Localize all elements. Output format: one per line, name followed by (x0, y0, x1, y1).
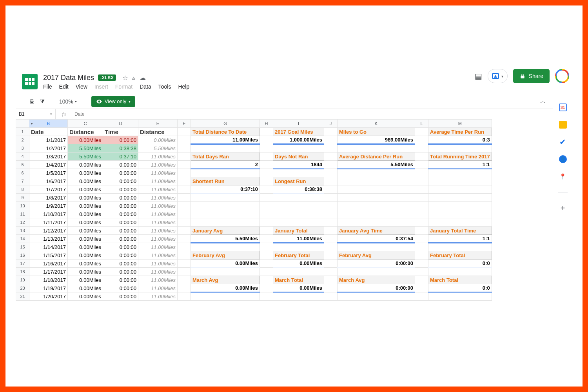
menu-file[interactable]: File (43, 83, 52, 90)
col-H[interactable]: H (260, 120, 273, 128)
row-header[interactable]: 2 (16, 136, 29, 144)
row-header[interactable]: 20 (16, 284, 29, 292)
table-row[interactable]: 111/10/20170.00Miles0:00:0011.00Miles (16, 210, 492, 218)
app-header: 2017 Data Miles .XLSX ☆ ⟁ ☁ File Edit Vi… (16, 71, 572, 92)
collapse-icon[interactable]: ︿ (540, 98, 546, 105)
col-F[interactable]: F (178, 120, 191, 128)
col-M[interactable]: M (428, 120, 492, 128)
row-header[interactable]: 3 (16, 144, 29, 152)
table-row[interactable]: 121/11/20170.00Miles0:00:0011.00Miles (16, 218, 492, 227)
chevron-down-icon: ▾ (501, 74, 503, 78)
row-header[interactable]: 16 (16, 251, 29, 260)
eye-icon (96, 98, 102, 105)
col-D[interactable]: D (103, 120, 138, 128)
view-only-label: View only (105, 98, 126, 104)
contacts-icon[interactable]: 👤 (559, 155, 567, 163)
table-row[interactable]: 81/7/20170.00Miles0:00:0011.00Miles0:37:… (16, 185, 492, 194)
lock-icon (519, 73, 526, 79)
table-row[interactable]: 211/20/20170.00Miles0:00:0011.00Miles (16, 292, 492, 301)
row-header[interactable]: 19 (16, 276, 29, 284)
spreadsheet: ▸B C D E F G H I J K L M 1DateDistanceTi… (16, 119, 572, 376)
table-row[interactable]: 131/12/20170.00Miles0:00:0011.00MilesJan… (16, 227, 492, 235)
row-header[interactable]: 12 (16, 218, 29, 227)
col-E[interactable]: E (138, 120, 178, 128)
share-label: Share (529, 73, 543, 79)
table-row[interactable]: 31/2/20175.50Miles0:38:385.50Miles (16, 144, 492, 152)
grid[interactable]: ▸B C D E F G H I J K L M 1DateDistanceTi… (16, 119, 492, 301)
menu-edit[interactable]: Edit (59, 83, 69, 90)
chevron-down-icon: ▾ (129, 99, 131, 103)
maps-icon[interactable]: 📍 (559, 172, 567, 180)
share-button[interactable]: Share (513, 69, 550, 83)
menu-insert[interactable]: Insert (94, 83, 108, 90)
col-I[interactable]: I (273, 120, 324, 128)
table-row[interactable]: 21/1/20170.00Miles0:00:000.00Miles11.00M… (16, 136, 492, 144)
row-header[interactable]: 4 (16, 152, 29, 161)
menu-data[interactable]: Data (140, 83, 151, 90)
document-title[interactable]: 2017 Data Miles (43, 74, 94, 82)
table-row[interactable]: 151/14/20170.00Miles0:00:0011.00Miles (16, 243, 492, 251)
row-header[interactable]: 7 (16, 177, 29, 185)
table-row[interactable]: 71/6/20170.00Miles0:00:0011.00MilesShort… (16, 177, 492, 185)
menu-help[interactable]: Help (178, 83, 189, 90)
side-panel: 31 ✔ 👤 📍 + (553, 96, 572, 376)
col-L[interactable]: L (415, 120, 428, 128)
row-header[interactable]: 15 (16, 243, 29, 251)
menu-bar: File Edit View Insert Format Data Tools … (43, 83, 189, 90)
table-row[interactable]: 181/17/20170.00Miles0:00:0011.00Miles (16, 268, 492, 276)
menu-format[interactable]: Format (115, 83, 132, 90)
table-row[interactable]: 91/8/20170.00Miles0:00:0011.00Miles (16, 194, 492, 202)
side-separator (558, 192, 568, 192)
table-row[interactable]: 141/13/20170.00Miles0:00:0011.00Miles5.5… (16, 235, 492, 243)
row-header[interactable]: 1 (16, 128, 29, 136)
col-B[interactable]: ▸B (29, 120, 68, 128)
table-row[interactable]: 171/16/20170.00Miles0:00:0011.00Miles0.0… (16, 260, 492, 268)
select-all-corner[interactable] (16, 120, 29, 128)
row-header[interactable]: 8 (16, 185, 29, 194)
present-button[interactable]: ▾ (488, 69, 508, 83)
addons-plus-icon[interactable]: + (559, 204, 567, 212)
formula-value[interactable]: Date (72, 111, 84, 117)
calendar-icon[interactable]: 31 (559, 103, 567, 111)
row-header[interactable]: 9 (16, 194, 29, 202)
cloud-icon[interactable]: ☁ (140, 74, 146, 82)
row-header[interactable]: 17 (16, 260, 29, 268)
row-header[interactable]: 21 (16, 292, 29, 301)
table-row[interactable]: 101/9/20170.00Miles0:00:0011.00Miles (16, 202, 492, 210)
name-box[interactable]: B1▾ (16, 109, 56, 119)
table-row[interactable]: 161/15/20170.00Miles0:00:0011.00MilesFeb… (16, 251, 492, 260)
row-header[interactable]: 5 (16, 161, 29, 169)
table-row[interactable]: 61/5/20170.00Miles0:00:0011.00Miles (16, 169, 492, 177)
col-G[interactable]: G (191, 120, 260, 128)
sheets-logo-grid (25, 78, 34, 85)
account-avatar[interactable] (555, 69, 569, 83)
row-header[interactable]: 13 (16, 227, 29, 235)
row-header[interactable]: 14 (16, 235, 29, 243)
fx-icon: ƒx (56, 111, 72, 117)
xlsx-badge: .XLSX (98, 74, 116, 81)
comments-icon[interactable]: ▤ (475, 71, 482, 81)
menu-view[interactable]: View (76, 83, 87, 90)
sheets-logo[interactable] (22, 74, 38, 89)
move-icon[interactable]: ⟁ (132, 74, 136, 82)
row-header[interactable]: 6 (16, 169, 29, 177)
menu-tools[interactable]: Tools (158, 83, 171, 90)
table-row[interactable]: 191/18/20170.00Miles0:00:0011.00MilesMar… (16, 276, 492, 284)
star-icon[interactable]: ☆ (122, 74, 128, 82)
col-C[interactable]: C (68, 120, 103, 128)
keep-icon[interactable] (559, 121, 567, 129)
table-row[interactable]: 201/19/20170.00Miles0:00:0011.00Miles0.0… (16, 284, 492, 292)
tasks-icon[interactable]: ✔ (559, 138, 567, 146)
row-header[interactable]: 11 (16, 210, 29, 218)
name-box-value: B1 (19, 111, 25, 117)
filter-icon[interactable]: ⧩ (40, 98, 45, 105)
col-K[interactable]: K (338, 120, 415, 128)
table-row[interactable]: 51/4/20170.00Miles0:00:0011.00Miles21844… (16, 161, 492, 169)
col-J[interactable]: J (324, 120, 338, 128)
print-icon[interactable]: 🖶 (29, 98, 34, 105)
row-header[interactable]: 10 (16, 202, 29, 210)
zoom-selector[interactable]: 100%▾ (59, 98, 77, 105)
table-row[interactable]: 41/3/20175.50Miles0:37:1011.00MilesTotal… (16, 152, 492, 161)
view-only-button[interactable]: View only ▾ (91, 96, 135, 107)
row-header[interactable]: 18 (16, 268, 29, 276)
